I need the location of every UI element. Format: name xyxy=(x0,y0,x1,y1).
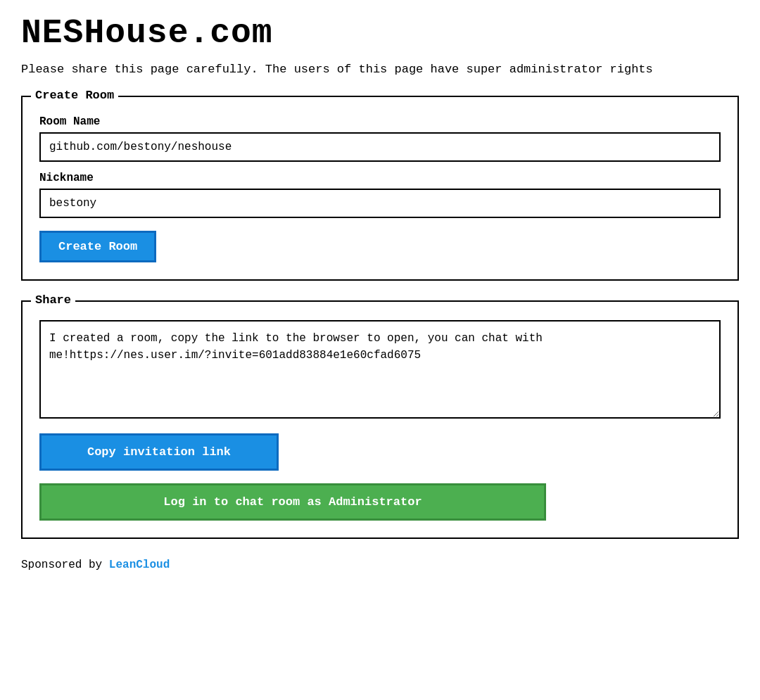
create-room-section: Create Room Room Name Nickname Create Ro… xyxy=(21,96,739,281)
room-name-label: Room Name xyxy=(39,115,721,128)
create-room-button[interactable]: Create Room xyxy=(39,231,156,262)
leancloud-link[interactable]: LeanCloud xyxy=(109,559,170,571)
nickname-input[interactable] xyxy=(39,189,721,218)
login-as-admin-button[interactable]: Log in to chat room as Administrator xyxy=(39,483,546,521)
share-legend: Share xyxy=(31,293,75,307)
sponsored-by-label: Sponsored by xyxy=(21,559,109,571)
copy-invitation-link-button[interactable]: Copy invitation link xyxy=(39,433,279,471)
site-title: NESHouse.com xyxy=(21,14,739,52)
share-textarea[interactable]: I created a room, copy the link to the b… xyxy=(39,320,721,419)
share-section: Share I created a room, copy the link to… xyxy=(21,300,739,539)
sponsored-footer: Sponsored by LeanCloud xyxy=(21,559,739,571)
nickname-label: Nickname xyxy=(39,172,721,184)
warning-message: Please share this page carefully. The us… xyxy=(21,61,711,79)
create-room-legend: Create Room xyxy=(31,89,118,102)
room-name-input[interactable] xyxy=(39,132,721,162)
